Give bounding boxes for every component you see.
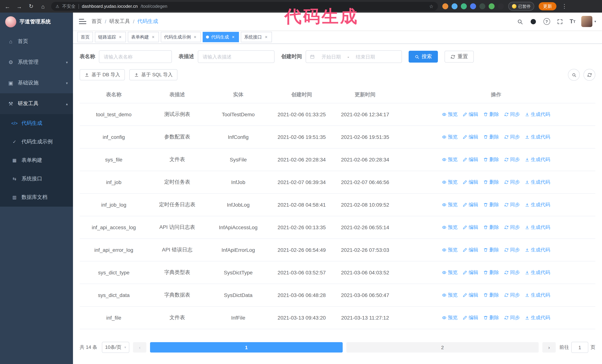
edit-link[interactable]: 编辑 bbox=[463, 156, 478, 163]
search-icon[interactable] bbox=[516, 18, 524, 25]
edit-link[interactable]: 编辑 bbox=[463, 201, 478, 208]
sync-link[interactable]: 同步 bbox=[504, 224, 520, 231]
extension-icon-7[interactable] bbox=[498, 3, 504, 9]
delete-link[interactable]: 删除 bbox=[484, 292, 499, 299]
extension-icon-2[interactable] bbox=[452, 3, 458, 9]
breadcrumb-home[interactable]: 首页 bbox=[92, 18, 102, 25]
extension-icon-1[interactable] bbox=[442, 3, 448, 9]
browser-menu-icon[interactable]: ⋮ bbox=[561, 3, 568, 10]
sync-link[interactable]: 同步 bbox=[504, 247, 520, 253]
goto-page-input[interactable] bbox=[571, 342, 588, 353]
extension-icon-6[interactable] bbox=[489, 3, 494, 9]
import-db-button[interactable]: 基于 DB 导入 bbox=[80, 69, 125, 80]
preview-link[interactable]: 预览 bbox=[442, 269, 458, 276]
generate-code-link[interactable]: 生成代码 bbox=[525, 247, 550, 253]
generate-code-link[interactable]: 生成代码 bbox=[525, 156, 550, 163]
prev-page-button[interactable]: ‹ bbox=[133, 342, 147, 353]
refresh-table-button[interactable] bbox=[583, 69, 595, 81]
extension-icon-4[interactable] bbox=[470, 3, 476, 9]
sync-link[interactable]: 同步 bbox=[504, 269, 520, 276]
extension-icon-3[interactable] bbox=[461, 3, 467, 9]
preview-link[interactable]: 预览 bbox=[442, 292, 458, 299]
generate-code-link[interactable]: 生成代码 bbox=[525, 179, 550, 186]
toggle-search-button[interactable] bbox=[568, 69, 580, 81]
delete-link[interactable]: 删除 bbox=[484, 269, 499, 276]
sync-link[interactable]: 同步 bbox=[504, 201, 520, 208]
delete-link[interactable]: 删除 bbox=[484, 224, 499, 231]
logo[interactable]: 芋道管理系统 bbox=[0, 13, 73, 31]
sidebar-toggle-icon[interactable] bbox=[79, 18, 86, 25]
delete-link[interactable]: 删除 bbox=[484, 314, 499, 321]
edit-link[interactable]: 编辑 bbox=[463, 179, 478, 186]
delete-link[interactable]: 删除 bbox=[484, 111, 499, 118]
end-date-input[interactable] bbox=[351, 53, 379, 60]
help-icon[interactable]: ? bbox=[543, 18, 550, 25]
close-icon[interactable]: × bbox=[231, 35, 236, 40]
sidebar-item-infra[interactable]: ▣ 基础设施 ▾ bbox=[0, 73, 73, 93]
tab-codegen[interactable]: 代码生成 × bbox=[203, 32, 239, 42]
edit-link[interactable]: 编辑 bbox=[463, 314, 478, 321]
generate-code-link[interactable]: 生成代码 bbox=[525, 111, 550, 118]
table-desc-input[interactable] bbox=[202, 53, 270, 60]
generate-code-link[interactable]: 生成代码 bbox=[525, 201, 550, 208]
sync-link[interactable]: 同步 bbox=[504, 156, 520, 163]
reload-icon[interactable]: ↻ bbox=[27, 3, 35, 10]
edit-link[interactable]: 编辑 bbox=[463, 134, 478, 140]
delete-link[interactable]: 删除 bbox=[484, 201, 499, 208]
start-date-input[interactable] bbox=[317, 53, 345, 60]
close-icon[interactable]: × bbox=[151, 35, 156, 40]
sync-link[interactable]: 同步 bbox=[504, 134, 520, 140]
sidebar-item-devtools[interactable]: ⚒ 研发工具 ▴ bbox=[0, 93, 73, 114]
edit-link[interactable]: 编辑 bbox=[463, 247, 478, 253]
home-icon[interactable]: ⌂ bbox=[39, 3, 47, 10]
table-name-input[interactable] bbox=[103, 53, 168, 60]
preview-link[interactable]: 预览 bbox=[442, 156, 458, 163]
tab-home[interactable]: 首页 bbox=[77, 32, 93, 42]
bookmark-star-icon[interactable]: ☆ bbox=[429, 3, 433, 9]
preview-link[interactable]: 预览 bbox=[442, 314, 458, 321]
preview-link[interactable]: 预览 bbox=[442, 179, 458, 186]
edit-link[interactable]: 编辑 bbox=[463, 111, 478, 118]
address-bar[interactable]: ⚠ 不安全 dashboard.yudao.iocoder.cn/tool/co… bbox=[51, 2, 438, 11]
tab-trace[interactable]: 链路追踪 × bbox=[95, 32, 126, 42]
generate-code-link[interactable]: 生成代码 bbox=[525, 292, 550, 299]
next-page-button[interactable]: › bbox=[542, 342, 556, 353]
generate-code-link[interactable]: 生成代码 bbox=[525, 269, 550, 276]
extension-icon-5[interactable] bbox=[479, 3, 485, 9]
close-icon[interactable]: × bbox=[193, 35, 197, 40]
sync-link[interactable]: 同步 bbox=[504, 179, 520, 186]
preview-link[interactable]: 预览 bbox=[442, 247, 458, 253]
generate-code-link[interactable]: 生成代码 bbox=[525, 224, 550, 231]
page-button-2[interactable]: 2 bbox=[346, 342, 539, 353]
import-sql-button[interactable]: 基于 SQL 导入 bbox=[129, 69, 178, 80]
close-icon[interactable]: × bbox=[118, 35, 123, 40]
breadcrumb-devtools[interactable]: 研发工具 bbox=[109, 18, 130, 25]
sidebar-item-home[interactable]: ⌂ 首页 bbox=[0, 31, 73, 52]
github-icon[interactable] bbox=[530, 18, 537, 25]
delete-link[interactable]: 删除 bbox=[484, 179, 499, 186]
preview-link[interactable]: 预览 bbox=[442, 111, 458, 118]
generate-code-link[interactable]: 生成代码 bbox=[525, 134, 550, 140]
edit-link[interactable]: 编辑 bbox=[463, 269, 478, 276]
preview-link[interactable]: 预览 bbox=[442, 224, 458, 231]
delete-link[interactable]: 删除 bbox=[484, 247, 499, 253]
sidebar-item-system[interactable]: ⚙ 系统管理 ▾ bbox=[0, 52, 73, 73]
paused-badge[interactable]: 已暂停 bbox=[508, 2, 534, 11]
sidebar-item-db-doc[interactable]: ▥ 数据库文档 bbox=[0, 188, 73, 207]
sync-link[interactable]: 同步 bbox=[504, 314, 520, 321]
search-button[interactable]: 搜索 bbox=[408, 51, 438, 62]
edit-link[interactable]: 编辑 bbox=[463, 292, 478, 299]
forward-icon[interactable]: → bbox=[16, 3, 23, 10]
close-icon[interactable]: × bbox=[264, 35, 269, 40]
page-button-1[interactable]: 1 bbox=[150, 342, 343, 353]
fullscreen-icon[interactable] bbox=[556, 18, 564, 25]
delete-link[interactable]: 删除 bbox=[484, 156, 499, 163]
font-size-icon[interactable]: TT bbox=[570, 19, 576, 24]
tab-form-builder[interactable]: 表单构建 × bbox=[128, 32, 159, 42]
sidebar-item-api[interactable]: ⇆ 系统接口 bbox=[0, 170, 73, 188]
user-menu[interactable]: ▾ bbox=[581, 16, 596, 27]
back-icon[interactable]: ← bbox=[4, 3, 11, 10]
tab-codegen-example[interactable]: 代码生成示例 × bbox=[161, 32, 201, 42]
tab-api[interactable]: 系统接口 × bbox=[241, 32, 272, 42]
preview-link[interactable]: 预览 bbox=[442, 134, 458, 140]
